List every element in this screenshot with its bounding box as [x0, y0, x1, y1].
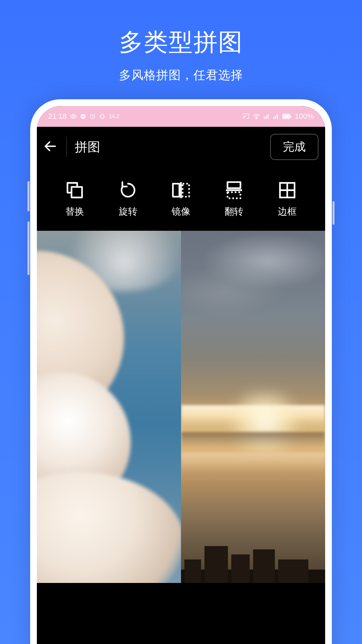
status-left: 21:18 14.2 [48, 112, 119, 121]
svg-rect-11 [277, 114, 278, 119]
eye-icon [70, 113, 77, 120]
page-title: 拼图 [73, 139, 264, 156]
signal-icon [273, 113, 279, 119]
tool-label: 旋转 [119, 205, 137, 218]
svg-rect-18 [173, 184, 179, 197]
collage-pane-right[interactable] [181, 231, 325, 583]
collage-preview[interactable] [37, 231, 325, 583]
phone-screen: 21:18 14.2 [37, 106, 325, 644]
arrow-left-icon [43, 139, 58, 155]
svg-point-5 [256, 118, 257, 119]
svg-point-0 [73, 116, 74, 117]
wifi-icon [253, 113, 260, 120]
collage-pane-left[interactable] [37, 231, 181, 583]
phone-side-button [333, 201, 335, 225]
svg-rect-17 [72, 187, 82, 197]
replace-icon [64, 180, 85, 201]
tool-border[interactable]: 边框 [269, 180, 306, 218]
header-divider [66, 137, 67, 157]
tool-label: 边框 [278, 205, 297, 218]
battery-icon [282, 114, 292, 119]
alarm-icon [89, 113, 96, 119]
promo-subtitle: 多风格拼图，任君选择 [0, 67, 362, 84]
svg-rect-19 [183, 184, 189, 197]
cast-icon [243, 113, 249, 120]
edit-toolbar: 替换 旋转 镜像 翻转 [37, 167, 325, 231]
border-icon [277, 180, 298, 201]
tool-replace[interactable]: 替换 [56, 180, 93, 218]
signal-icon [263, 113, 269, 119]
tool-label: 镜像 [172, 205, 190, 218]
status-right: 100% [243, 112, 314, 121]
svg-rect-6 [264, 117, 265, 119]
tool-mirror[interactable]: 镜像 [163, 180, 199, 218]
svg-rect-10 [275, 116, 276, 119]
svg-rect-8 [267, 114, 268, 119]
tool-rotate[interactable]: 旋转 [110, 180, 146, 218]
mirror-icon [171, 180, 191, 201]
status-network-rate: 14.2 [109, 113, 119, 119]
phone-side-button [27, 221, 29, 275]
svg-rect-21 [228, 182, 241, 188]
back-button[interactable] [40, 137, 60, 157]
svg-rect-7 [265, 116, 266, 119]
status-battery-text: 100% [295, 112, 314, 121]
tool-flip[interactable]: 翻转 [216, 180, 252, 218]
rotate-icon [118, 180, 138, 201]
tool-label: 翻转 [225, 205, 243, 218]
svg-rect-9 [273, 117, 274, 119]
editor-bottom-area [37, 583, 325, 644]
svg-rect-4 [101, 114, 104, 118]
vibrate-icon [99, 113, 106, 120]
app-header: 拼图 完成 [37, 127, 325, 167]
tool-label: 替换 [65, 205, 84, 218]
dnd-icon [80, 113, 86, 119]
status-bar: 21:18 14.2 [37, 106, 325, 127]
done-button[interactable]: 完成 [270, 134, 318, 160]
status-time: 21:18 [48, 112, 67, 121]
svg-rect-14 [290, 115, 291, 117]
svg-rect-13 [283, 115, 289, 118]
svg-rect-22 [228, 192, 241, 198]
promo-title: 多类型拼图 [0, 26, 362, 58]
flip-icon [224, 180, 244, 201]
phone-mockup: 21:18 14.2 [30, 99, 332, 644]
svg-rect-2 [82, 116, 85, 117]
phone-side-button [27, 181, 29, 211]
